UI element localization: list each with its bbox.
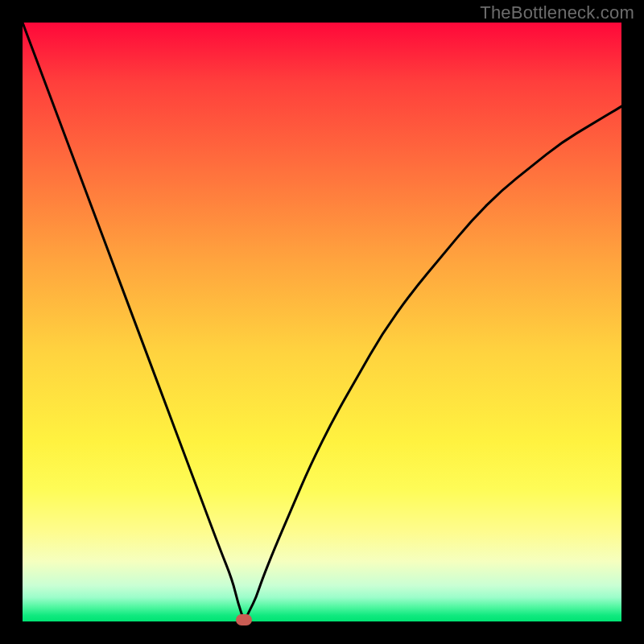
chart-plot-area (23, 23, 621, 621)
watermark-text: TheBottleneck.com (480, 2, 634, 23)
optimal-marker (236, 614, 252, 625)
chart-frame: TheBottleneck.com (0, 0, 644, 644)
bottleneck-curve (23, 23, 621, 621)
